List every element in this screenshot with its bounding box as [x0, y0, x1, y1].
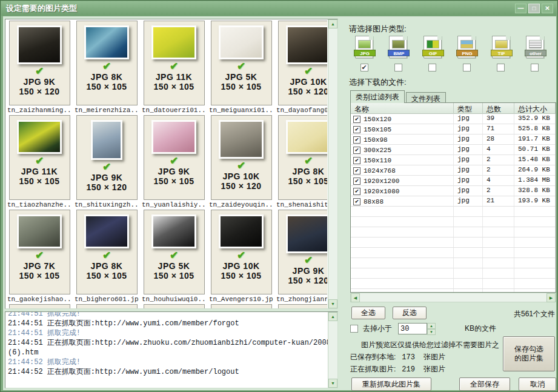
table-row[interactable]: ✔1920x1200 jpg 4 1.384 MB	[351, 176, 556, 186]
invert-selection-button[interactable]: 反选	[393, 307, 427, 319]
file-type-thumbnail	[358, 40, 371, 48]
select-all-button[interactable]: 全选	[351, 307, 385, 319]
scroll-right-icon[interactable]: ▶	[546, 293, 556, 302]
thumbnail-filename: tn_shenaishita...	[276, 201, 327, 208]
save-all-button[interactable]: 全部保存	[459, 377, 510, 391]
row-type: jpg	[454, 155, 483, 165]
refetch-button[interactable]: 重新抓取此图片集	[351, 377, 431, 391]
thumbnail-item[interactable]	[7, 304, 71, 308]
table-row[interactable]: ✔300x225 jpg 4 50.71 KB	[351, 145, 556, 155]
size-filter-input[interactable]: 30	[398, 323, 427, 334]
thumbnail-item[interactable]: ✔ JPG 8K 150 × 105 tn_bighero601.jpg	[75, 210, 139, 304]
scroll-down-icon[interactable]: ▼	[328, 299, 337, 308]
row-checkbox[interactable]: ✔	[353, 198, 360, 205]
spinner-up-icon[interactable]: ▲	[427, 323, 436, 329]
row-name: 150x110	[364, 157, 391, 164]
thumbnail-card[interactable]: ✔ JPG 5K 150 × 105	[144, 210, 205, 294]
scroll-up-icon[interactable]: ▲	[328, 312, 337, 321]
thumbnail-card[interactable]: ✔ JPG 5K 150 × 105	[211, 21, 272, 105]
thumbnail-item[interactable]: ✔ JPG 10K 150 × 120 tn_dayaofang01...	[276, 21, 327, 115]
scroll-up-icon[interactable]: ▲	[328, 19, 337, 28]
thumbnail-item[interactable]: ✔ JPG 11K 150 × 105 tn_tiaozhanzhe...	[7, 115, 71, 210]
thumbnail-card[interactable]: ✔ JPG 8K 150 × 105	[76, 210, 138, 294]
close-button[interactable]: ✕	[542, 4, 553, 13]
saved-suffix: 张图片	[423, 353, 445, 361]
thumbnail-image	[151, 214, 196, 248]
type-checkbox[interactable]: ✔	[360, 64, 368, 71]
table-row[interactable]: ✔150x110 jpg 2 15.48 KB	[351, 155, 556, 165]
thumbnail-card[interactable]: ✔ JPG 9K 150 × 120	[76, 115, 138, 200]
thumbnail-filename: tn_gaokejishao...	[7, 296, 71, 303]
thumbnail-item[interactable]: ✔ JPG 9K 150 × 120 tn_zaizhanming...	[7, 21, 71, 115]
thumbnail-item[interactable]	[75, 304, 139, 308]
image-type-row: JPG ✔ BMP	[348, 36, 551, 71]
maximize-button[interactable]: □	[528, 4, 540, 13]
thumbnail-item[interactable]	[142, 304, 206, 308]
thumbnail-card[interactable]: ✔ JPG 9K 150 × 120	[278, 210, 328, 294]
thumbnail-item[interactable]: ✔ JPG 9K 150 × 105 tn_yuanlaishiy...	[142, 115, 206, 210]
thumbnail-card[interactable]: ✔ JPG 8K 150 × 105	[278, 115, 328, 200]
thumbnail-filename: tn_shituxingzh...	[75, 201, 139, 208]
log-scrollbar[interactable]: ▲ ▼	[328, 312, 337, 388]
thumbnail-item[interactable]: ✔ JPG 5K 150 × 105 tn_houhuiwuqi0...	[142, 210, 206, 304]
cancel-button[interactable]: 取消	[519, 377, 556, 391]
thumbnail-card[interactable]: ✔ JPG 11K 150 × 105	[9, 115, 70, 200]
spinner-down-icon[interactable]: ▼	[427, 329, 436, 335]
type-checkbox[interactable]	[394, 64, 402, 71]
thumbnail-card[interactable]: ✔ JPG 9K 150 × 105	[144, 115, 205, 200]
thumbnail-card[interactable]: ✔ JPG 10K 150 × 120	[278, 21, 328, 105]
thumbnail-card[interactable]: ✔ JPG 10K 150 × 105	[211, 210, 272, 294]
thumbnail-filename: tn_datouerzi01...	[142, 107, 206, 114]
thumbnail-card[interactable]: ✔ JPG 7K 150 × 105	[9, 210, 70, 294]
type-checkbox[interactable]	[463, 64, 471, 71]
thumbnail-item[interactable]: ✔ JPG 9K 150 × 120 tn_zhongjianre...	[276, 210, 327, 304]
thumbnail-item[interactable]: ✔ JPG 5K 150 × 105 tn_meiguanxi01...	[209, 21, 273, 115]
row-checkbox[interactable]: ✔	[353, 167, 360, 174]
scroll-left-icon[interactable]: ◀	[351, 293, 360, 302]
table-row[interactable]: ✔1920x1080 jpg 2 328.8 KB	[351, 186, 556, 196]
size-filter-row: 去掉小于 30 ▲ ▼ KB的文件	[350, 323, 496, 334]
thumbnail-item[interactable]: ✔ JPG 8K 150 × 105 tn_shenaishita...	[276, 115, 327, 210]
thumbnail-card[interactable]: ✔ JPG 8K 150 × 105	[76, 21, 138, 105]
row-checkbox[interactable]: ✔	[353, 116, 360, 123]
tab-category-filter[interactable]: 类别过滤列表	[350, 90, 405, 103]
green-check-icon: ✔	[102, 61, 111, 72]
type-checkbox[interactable]	[497, 64, 505, 71]
file-type-thumbnail	[529, 40, 542, 48]
thumbnail-card[interactable]: ✔ JPG 11K 150 × 105	[144, 21, 205, 105]
thumbnail-item[interactable]	[276, 304, 327, 308]
table-row[interactable]: ✔150x105 jpg 71 525.8 KB	[351, 124, 556, 135]
thumbnail-item[interactable]: ✔ JPG 10K 150 × 105 tn_Avengers10.jpg	[209, 210, 273, 304]
thumbnail-item[interactable]: ✔ JPG 9K 150 × 120 tn_shituxingzh...	[75, 115, 139, 210]
thumbnail-item[interactable]: ✔ JPG 11K 150 × 105 tn_datouerzi01...	[142, 21, 206, 115]
table-row[interactable]: ✔1024x768 jpg 2 264.9 KB	[351, 165, 556, 176]
scroll-down-icon[interactable]: ▼	[328, 379, 337, 388]
thumbnail-dimensions: 150 × 105	[86, 271, 127, 281]
row-checkbox[interactable]: ✔	[353, 178, 360, 185]
row-checkbox[interactable]: ✔	[353, 147, 360, 154]
minimize-button[interactable]: —	[515, 4, 526, 13]
thumbnail-card[interactable]: ✔ JPG 9K 150 × 120	[9, 21, 70, 105]
table-row[interactable]: ✔150x98 jpg 28 191.7 KB	[351, 135, 556, 145]
thumbnail-scrollbar[interactable]: ▲ ▼	[328, 19, 337, 308]
row-checkbox[interactable]: ✔	[353, 188, 360, 195]
thumbnail-item[interactable]	[209, 304, 273, 308]
row-checkbox[interactable]: ✔	[353, 136, 360, 144]
row-checkbox[interactable]: ✔	[353, 157, 360, 164]
table-horizontal-scrollbar[interactable]: ◀ ▶	[350, 293, 556, 302]
save-checked-sets-button[interactable]: 保存勾选 的图片集	[503, 336, 555, 371]
thumbnail-item[interactable]: ✔ JPG 8K 150 × 105 tn_meirenzhiza...	[75, 21, 139, 115]
tab-file-list[interactable]: 文件列表	[406, 92, 446, 103]
row-checkbox[interactable]: ✔	[353, 126, 360, 133]
thumbnail-item[interactable]: ✔ JPG 7K 150 × 105 tn_gaokejishao...	[7, 210, 71, 304]
type-checkbox[interactable]	[428, 64, 436, 71]
file-type-badge: PNG	[456, 50, 478, 56]
row-type: jpg	[454, 186, 483, 196]
table-row[interactable]: ✔150x120 jpg 39 352.9 KB	[351, 114, 556, 124]
table-row[interactable]: ✔88x88 jpg 21 193.9 KB	[351, 196, 556, 207]
thumbnail-item[interactable]: ✔ JPG 10K 150 × 120 tn_zaideyouqin...	[209, 115, 273, 210]
size-filter-checkbox[interactable]	[350, 325, 358, 333]
type-checkbox[interactable]	[531, 64, 539, 71]
size-filter-spinner[interactable]: ▲ ▼	[427, 323, 436, 334]
thumbnail-card[interactable]: ✔ JPG 10K 150 × 120	[211, 115, 272, 200]
